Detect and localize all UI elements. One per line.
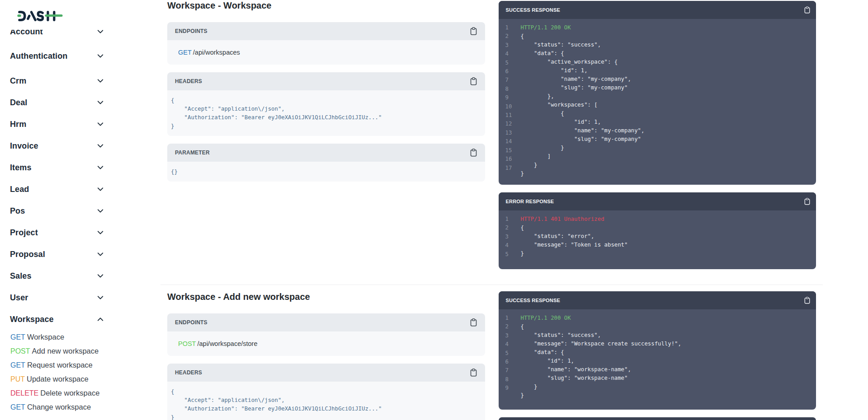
chevron-down-icon xyxy=(97,164,104,171)
http-status-line: HTTP/1.1 401 Unauthorized xyxy=(521,216,604,222)
chevron-down-icon xyxy=(97,121,104,127)
copy-clipboard-icon[interactable] xyxy=(470,77,477,85)
line-numbers: 1 2 3 4 5 xyxy=(505,215,516,259)
sidebar-item-user[interactable]: User xyxy=(0,287,160,308)
panel-heading: HEADERS xyxy=(175,369,202,376)
sidebar-item-label: Project xyxy=(10,228,38,238)
sidebar-item-sales[interactable]: Sales xyxy=(0,265,160,287)
submenu-item-update-workspace[interactable]: PUTUpdate workspace xyxy=(0,372,160,386)
method-badge: DELETE xyxy=(10,389,38,397)
sidebar-item-items[interactable]: Items xyxy=(0,157,160,178)
method-badge: POST xyxy=(10,347,30,355)
submenu-item-workspace[interactable]: GETWorkspace xyxy=(0,330,160,344)
panel-header: HEADERS xyxy=(167,364,485,382)
success-response-panel: SUCCESS RESPONSE1 2 3 4 5 6 7 8 9HTTP/1.… xyxy=(499,291,816,410)
panel-header: ERROR RESPONSE xyxy=(499,192,816,210)
submenu-item-label: Request workspace xyxy=(27,361,93,369)
response-code: 1 2 3 4 5HTTP/1.1 401 Unauthorized { "st… xyxy=(499,210,816,269)
sidebar-item-hrm[interactable]: Hrm xyxy=(0,113,160,135)
success-response-panel: SUCCESS RESPONSE1 2 3 4 5 6 7 8 9 10 11 … xyxy=(499,1,816,185)
sidebar-item-workspace[interactable]: Workspace xyxy=(0,308,160,330)
endpoint-line: GET/api/workspaces xyxy=(167,40,485,65)
submenu-item-label: Change workspace xyxy=(27,403,91,411)
panel-header: ENDPOINTS xyxy=(167,313,485,331)
http-status-line: HTTP/1.1 200 OK xyxy=(521,24,571,31)
sidebar-item-label: Deal xyxy=(10,98,27,107)
panel-heading: SUCCESS RESPONSE xyxy=(506,7,561,13)
sidebar-item-proposal[interactable]: Proposal xyxy=(0,243,160,265)
request-column: Workspace - WorkspaceENDPOINTSGET/api/wo… xyxy=(167,0,492,277)
copy-clipboard-icon[interactable] xyxy=(804,297,810,304)
doc-section-workspace-workspace: Workspace - WorkspaceENDPOINTSGET/api/wo… xyxy=(160,0,823,285)
chevron-up-icon xyxy=(97,316,104,322)
submenu-item-change-workspace[interactable]: GETChange workspace xyxy=(0,400,160,414)
sidebar-item-deal[interactable]: Deal xyxy=(0,92,160,113)
chevron-down-icon xyxy=(97,294,104,301)
line-numbers: 1 2 3 4 5 6 7 8 9 xyxy=(505,314,516,400)
copy-clipboard-icon[interactable] xyxy=(470,369,477,377)
panel-header: HEADERS xyxy=(167,72,485,90)
sidebar-item-crm[interactable]: Crm xyxy=(0,70,160,92)
submenu-item-label: Workspace xyxy=(27,333,64,341)
panel-heading: SUCCESS RESPONSE xyxy=(506,298,561,303)
sections-container: Workspace - WorkspaceENDPOINTSGET/api/wo… xyxy=(160,0,823,420)
panel-header: SUCCESS RESPONSE xyxy=(499,1,816,19)
sidebar-item-label: Lead xyxy=(10,185,29,194)
endpoint-path: /api/workspace/store xyxy=(197,340,257,347)
sidebar-item-authentication[interactable]: Authentication xyxy=(0,45,160,67)
sidebar: AccountAuthenticationCrmDealHrmInvoiceIt… xyxy=(0,0,160,420)
section-title: Workspace - Add new workspace xyxy=(167,291,485,302)
method-badge: GET xyxy=(10,403,25,411)
sidebar-item-invoice[interactable]: Invoice xyxy=(0,135,160,157)
brand-logo xyxy=(17,11,63,21)
sidebar-item-project[interactable]: Project xyxy=(0,222,160,243)
code-block: {} xyxy=(167,162,485,182)
submenu-item-delete-workspace[interactable]: DELETEDelete workspace xyxy=(0,386,160,400)
copy-clipboard-icon[interactable] xyxy=(470,27,477,35)
sidebar-item-label: Sales xyxy=(10,271,32,281)
sidebar-item-pos[interactable]: Pos xyxy=(0,200,160,222)
response-code: 1 2 3 4 5 6 7 8 9HTTP/1.1 200 OK { "stat… xyxy=(499,309,816,410)
error-response-panel: ERROR RESPONSE1 2 3 4 5HTTP/1.1 401 Unau… xyxy=(499,192,816,269)
chevron-down-icon xyxy=(97,273,104,279)
sidebar-item-lead[interactable]: Lead xyxy=(0,178,160,200)
sidebar-item-label: Workspace xyxy=(10,315,54,324)
endpoint-method: GET xyxy=(178,49,192,56)
panel-body: {} xyxy=(167,162,485,182)
panel-header: PARAMETER xyxy=(167,144,485,162)
copy-clipboard-icon[interactable] xyxy=(804,6,810,14)
code-block: HTTP/1.1 401 Unauthorized { "status": "e… xyxy=(521,215,628,259)
main-content: Workspace - WorkspaceENDPOINTSGET/api/wo… xyxy=(160,0,823,420)
chevron-down-icon xyxy=(97,143,104,149)
submenu-item-request-workspace[interactable]: GETRequest workspace xyxy=(0,358,160,372)
sidebar-item-label: Invoice xyxy=(10,141,38,151)
request-column: Workspace - Add new workspaceENDPOINTSPO… xyxy=(167,291,492,420)
response-code: 1 2 3 4 5 6 7 8 9 10 11 12 13 14 15 16 1… xyxy=(499,19,816,185)
line-numbers: 1 2 3 4 5 6 7 8 9 10 11 12 13 14 15 16 1… xyxy=(505,23,516,178)
copy-clipboard-icon[interactable] xyxy=(804,198,810,205)
method-badge: PUT xyxy=(10,375,25,383)
endpoint-line: POST/api/workspace/store xyxy=(167,331,485,356)
panel-body: { "Accept": "application\/json", "Author… xyxy=(167,90,485,136)
response-column: SUCCESS RESPONSE1 2 3 4 5 6 7 8 9HTTP/1.… xyxy=(492,291,816,420)
code-block: HTTP/1.1 200 OK { "status": "success", "… xyxy=(521,23,645,178)
copy-clipboard-icon[interactable] xyxy=(470,149,477,157)
chevron-down-icon xyxy=(97,251,104,257)
doc-section-workspace-add-new-workspace: Workspace - Add new workspaceENDPOINTSPO… xyxy=(160,285,823,420)
copy-clipboard-icon[interactable] xyxy=(470,318,477,327)
sidebar-item-label: User xyxy=(10,293,28,303)
chevron-down-icon xyxy=(97,99,104,106)
submenu-item-add-new-workspace[interactable]: POSTAdd new workspace xyxy=(0,344,160,358)
panel-header: SUCCESS RESPONSE xyxy=(499,291,816,309)
sidebar-item-label: Crm xyxy=(10,76,26,86)
panel-header: ENDPOINTS xyxy=(167,22,485,40)
sidebar-nav-list: AccountAuthenticationCrmDealHrmInvoiceIt… xyxy=(0,21,160,414)
panel-heading: ENDPOINTS xyxy=(175,319,208,326)
headers-panel: HEADERS{ "Accept": "application\/json", … xyxy=(167,72,485,136)
sidebar-nav: AccountAuthenticationCrmDealHrmInvoiceIt… xyxy=(0,21,160,414)
http-status-line: HTTP/1.1 200 OK xyxy=(521,315,571,321)
method-badge: GET xyxy=(10,361,25,369)
submenu-item-label: Update workspace xyxy=(27,375,89,383)
chevron-down-icon xyxy=(97,53,104,59)
endpoint-path: /api/workspaces xyxy=(193,49,240,56)
